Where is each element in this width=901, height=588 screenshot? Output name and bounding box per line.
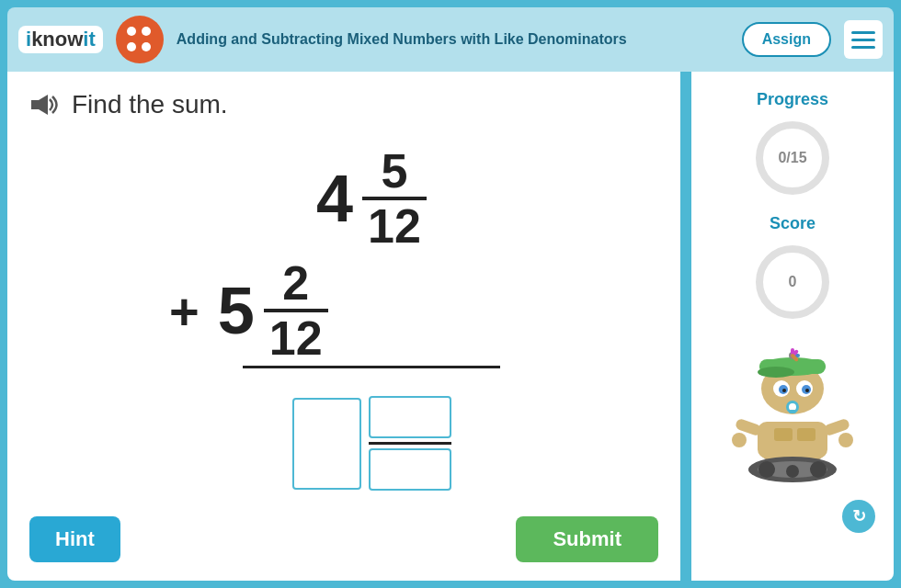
sound-button[interactable] [29,92,63,118]
first-numerator: 5 [382,147,408,195]
progress-circle: 0/15 [751,117,834,199]
right-panel: Progress 0/15 Score 0 [691,72,894,581]
second-numerator: 2 [282,259,309,307]
activity-icon [116,16,164,63]
svg-rect-0 [31,100,39,109]
score-label: Score [770,214,815,233]
answer-fraction-inputs [369,396,451,491]
svg-point-32 [758,367,794,378]
first-fraction: 5 12 [362,147,427,250]
hamburger-line [851,31,875,34]
svg-point-11 [810,461,827,478]
second-number-row: + 5 2 12 [169,259,519,362]
robot-area [714,338,871,485]
score-value: 0 [789,274,797,290]
answer-fraction-bar [369,442,451,445]
menu-button[interactable] [844,20,883,59]
answer-area [292,396,451,491]
hamburger-line [851,46,875,49]
logo-area: iknowit [18,26,103,53]
nav-arrow-button[interactable]: ↻ [842,500,875,533]
robot-character [719,341,866,483]
hamburger-line [851,39,875,41]
answer-whole-input[interactable] [292,398,361,490]
hint-button[interactable]: Hint [29,516,120,562]
main-area: Find the sum. 4 5 12 + 5 [7,72,894,581]
logo: iknowit [18,26,103,53]
top-bar: iknowit Adding and Subtracting Mixed Num… [7,7,894,72]
svg-point-17 [732,433,747,447]
bottom-buttons: Hint Submit [29,507,658,562]
dot [127,27,136,36]
instruction-text: Find the sum. [72,90,228,119]
svg-point-18 [838,433,853,447]
first-denominator: 12 [368,202,421,250]
svg-rect-14 [797,428,815,441]
arrow-right-icon: ↻ [852,506,866,526]
svg-marker-1 [39,95,48,115]
operator: + [169,281,200,341]
score-section: Score 0 [751,214,834,323]
first-whole: 4 [316,165,353,232]
math-problem: 4 5 12 + 5 2 12 [29,138,658,507]
dice-icon [127,27,153,52]
svg-point-28 [789,403,796,411]
svg-point-12 [786,465,799,478]
svg-point-10 [758,461,775,478]
score-circle: 0 [751,241,834,323]
submit-button[interactable]: Submit [516,516,658,562]
progress-section: Progress 0/15 [751,90,834,199]
dot [142,42,151,51]
vertical-divider [684,72,688,581]
svg-point-25 [782,389,786,392]
first-number-row: 4 5 12 [316,147,427,250]
svg-rect-13 [774,428,793,441]
app-container: iknowit Adding and Subtracting Mixed Num… [0,0,901,588]
problem-divider [243,366,500,368]
second-fraction: 2 12 [264,259,328,362]
svg-rect-29 [789,410,796,413]
svg-point-26 [805,389,809,392]
activity-title: Adding and Subtracting Mixed Numbers wit… [177,30,729,50]
question-instruction: Find the sum. [29,90,658,119]
assign-button[interactable]: Assign [742,22,831,57]
second-whole: 5 [218,277,255,344]
answer-numerator-input[interactable] [369,396,451,438]
dot [142,27,151,36]
svg-rect-7 [758,422,827,458]
progress-label: Progress [757,90,828,109]
dot [127,42,136,51]
answer-denominator-input[interactable] [369,448,451,491]
second-denominator: 12 [269,314,323,362]
question-panel: Find the sum. 4 5 12 + 5 [7,72,680,581]
progress-value: 0/15 [778,150,806,166]
